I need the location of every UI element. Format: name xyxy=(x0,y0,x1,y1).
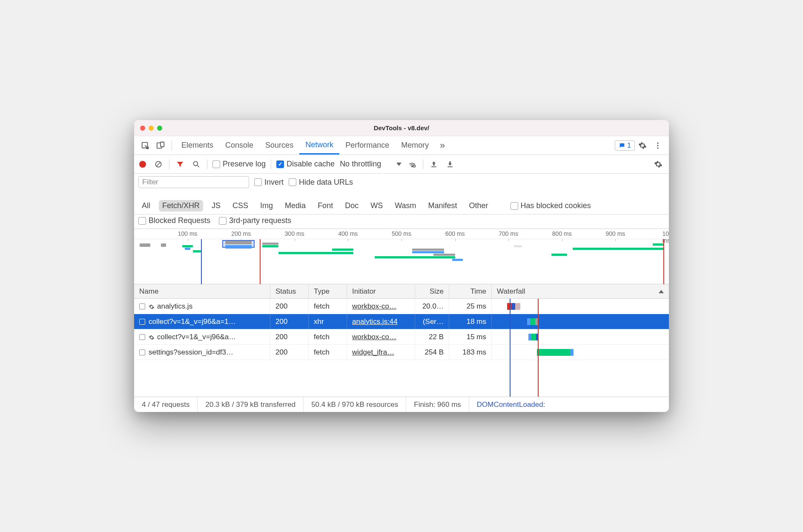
filter-type-manifest[interactable]: Manifest xyxy=(425,200,461,212)
filter-type-doc[interactable]: Doc xyxy=(341,200,362,212)
row-checkbox[interactable] xyxy=(139,319,145,325)
blocked-requests-checkbox[interactable]: Blocked Requests xyxy=(138,216,210,225)
search-icon[interactable] xyxy=(191,159,202,170)
filter-icon[interactable] xyxy=(175,159,186,170)
svg-point-10 xyxy=(412,166,413,167)
status-requests: 4 / 47 requests xyxy=(134,397,198,412)
col-waterfall[interactable]: Waterfall xyxy=(492,284,669,298)
more-tabs-chevron-icon[interactable]: » xyxy=(436,140,448,152)
inspect-element-icon[interactable] xyxy=(139,140,151,152)
svg-line-7 xyxy=(156,162,161,166)
table-row[interactable]: collect?v=1&_v=j96&a…200fetchworkbox-co…… xyxy=(134,329,669,345)
col-name[interactable]: Name xyxy=(134,284,270,298)
tab-elements[interactable]: Elements xyxy=(175,136,219,154)
filter-type-wasm[interactable]: Wasm xyxy=(391,200,419,212)
clear-button[interactable] xyxy=(153,159,164,170)
issues-badge[interactable]: 1 xyxy=(615,140,635,151)
request-status: 200 xyxy=(270,345,309,360)
filter-type-fetch-xhr[interactable]: Fetch/XHR xyxy=(159,200,203,212)
timeline-ruler: 100 ms 200 ms 300 ms 400 ms 500 ms 600 m… xyxy=(134,229,669,239)
request-time: 183 ms xyxy=(449,345,492,360)
request-type: fetch xyxy=(309,299,347,314)
network-conditions-icon[interactable] xyxy=(407,159,418,170)
initiator-link[interactable]: workbox-co… xyxy=(352,302,396,311)
tab-sources[interactable]: Sources xyxy=(259,136,299,154)
zoom-window-button[interactable] xyxy=(157,126,162,131)
filter-type-css[interactable]: CSS xyxy=(229,200,252,212)
filter-type-all[interactable]: All xyxy=(138,200,154,212)
row-checkbox[interactable] xyxy=(139,349,145,355)
settings-gear-icon[interactable] xyxy=(637,140,648,152)
waterfall-cell xyxy=(497,299,664,314)
upload-har-icon[interactable] xyxy=(428,159,439,170)
tab-memory[interactable]: Memory xyxy=(395,136,435,154)
third-party-requests-checkbox[interactable]: 3rd-party requests xyxy=(219,216,291,225)
timeline-body xyxy=(134,239,669,284)
window-title: DevTools - v8.dev/ xyxy=(374,124,430,132)
initiator-link[interactable]: widget_ifra… xyxy=(352,348,394,357)
record-button[interactable] xyxy=(139,161,146,168)
initiator-link[interactable]: analytics.js:44 xyxy=(352,317,398,326)
svg-point-8 xyxy=(193,161,198,166)
table-row[interactable]: analytics.js200fetchworkbox-co…20.0…25 m… xyxy=(134,299,669,314)
traffic-lights xyxy=(140,126,162,131)
disable-cache-checkbox[interactable]: Disable cache xyxy=(276,160,335,169)
request-type: fetch xyxy=(309,329,347,344)
close-window-button[interactable] xyxy=(140,126,145,131)
minimize-window-button[interactable] xyxy=(149,126,154,131)
preserve-log-checkbox[interactable]: Preserve log xyxy=(212,160,266,169)
request-name: settings?session_id=df3… xyxy=(149,348,233,357)
tab-console[interactable]: Console xyxy=(219,136,259,154)
dropdown-triangle-icon xyxy=(396,163,402,166)
filter-type-img[interactable]: Img xyxy=(257,200,276,212)
row-checkbox[interactable] xyxy=(139,334,145,340)
initiator-link[interactable]: workbox-co… xyxy=(352,333,396,341)
request-name: collect?v=1&_v=j96&a=1… xyxy=(149,317,236,326)
col-status[interactable]: Status xyxy=(270,284,309,298)
throttling-select[interactable]: No throttling xyxy=(340,160,402,169)
filter-bar: Filter Invert Hide data URLs All Fetch/X… xyxy=(134,174,669,215)
tab-performance[interactable]: Performance xyxy=(339,136,395,154)
col-initiator[interactable]: Initiator xyxy=(347,284,415,298)
status-dcl: DOMContentLoaded: xyxy=(469,397,553,412)
titlebar: DevTools - v8.dev/ xyxy=(134,120,669,136)
filter-input[interactable]: Filter xyxy=(138,176,249,188)
request-status: 200 xyxy=(270,299,309,314)
svg-point-4 xyxy=(657,145,658,146)
row-checkbox[interactable] xyxy=(139,303,145,309)
request-time: 18 ms xyxy=(449,314,492,329)
tab-network[interactable]: Network xyxy=(299,136,339,154)
filter-type-js[interactable]: JS xyxy=(208,200,224,212)
load-marker xyxy=(260,239,261,284)
request-type: xhr xyxy=(309,314,347,329)
network-settings-gear-icon[interactable] xyxy=(653,159,664,170)
invert-checkbox[interactable]: Invert xyxy=(254,178,284,187)
service-worker-gear-icon xyxy=(149,303,155,309)
timeline-overview[interactable]: 100 ms 200 ms 300 ms 400 ms 500 ms 600 m… xyxy=(134,229,669,284)
table-row[interactable]: collect?v=1&_v=j96&a=1…200xhranalytics.j… xyxy=(134,314,669,329)
filter-type-media[interactable]: Media xyxy=(281,200,309,212)
divider xyxy=(172,140,172,151)
kebab-menu-icon[interactable] xyxy=(652,140,664,152)
request-size: (Ser… xyxy=(415,314,449,329)
table-row[interactable]: settings?session_id=df3…200fetchwidget_i… xyxy=(134,345,669,360)
request-name: collect?v=1&_v=j96&a… xyxy=(157,333,236,341)
download-har-icon[interactable] xyxy=(445,159,456,170)
has-blocked-cookies-checkbox[interactable]: Has blocked cookies xyxy=(510,201,591,210)
request-size: 22 B xyxy=(415,329,449,344)
hide-data-urls-checkbox[interactable]: Hide data URLs xyxy=(289,178,353,187)
col-size[interactable]: Size xyxy=(415,284,449,298)
filter-type-other[interactable]: Other xyxy=(466,200,492,212)
filter-type-font[interactable]: Font xyxy=(314,200,336,212)
request-size: 254 B xyxy=(415,345,449,360)
col-time[interactable]: Time xyxy=(449,284,492,298)
device-mode-icon[interactable] xyxy=(155,140,166,152)
col-type[interactable]: Type xyxy=(309,284,347,298)
svg-rect-2 xyxy=(161,142,164,146)
request-time: 25 ms xyxy=(449,299,492,314)
status-bar: 4 / 47 requests 20.3 kB / 379 kB transfe… xyxy=(134,397,669,412)
filter-type-ws[interactable]: WS xyxy=(367,200,386,212)
request-type: fetch xyxy=(309,345,347,360)
status-resources: 50.4 kB / 970 kB resources xyxy=(304,397,406,412)
waterfall-cell xyxy=(497,329,664,344)
